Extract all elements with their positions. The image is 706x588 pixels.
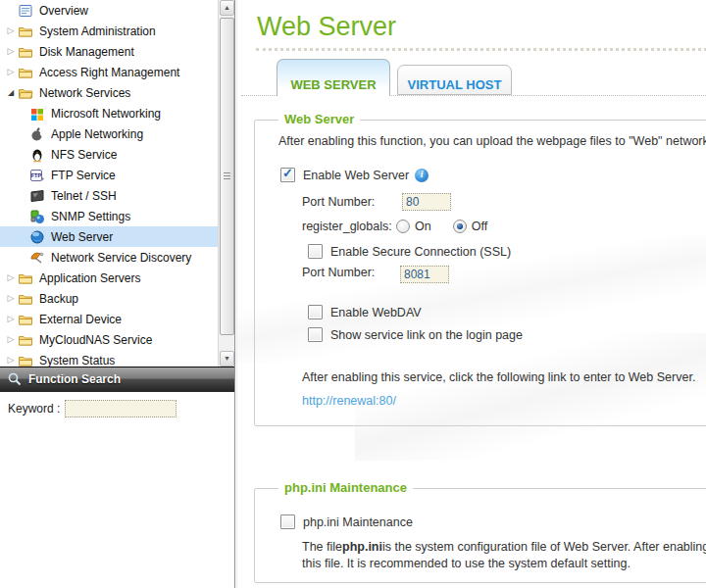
sidebar-item-overview[interactable]: Overview xyxy=(0,0,218,21)
sidebar-item-apple-networking[interactable]: Apple Networking xyxy=(0,123,218,144)
port-number-input[interactable] xyxy=(402,193,451,211)
sidebar-item-label: Web Server xyxy=(51,230,113,244)
scrollbar-thumb[interactable] xyxy=(220,18,234,335)
webdav-row: Enable WebDAV xyxy=(308,305,422,319)
php-ini-groupbox: php.ini Maintenance php.ini Maintenance … xyxy=(254,488,706,583)
sidebar-item-label: System Status xyxy=(39,354,115,368)
register-globals-off-radio[interactable] xyxy=(453,220,467,233)
sidebar-item-mycloudnas-service[interactable]: MyCloudNAS Service xyxy=(0,329,218,350)
sidebar: Overview System Administration Disk Mana… xyxy=(0,0,235,588)
sidebar-item-web-server[interactable]: Web Server xyxy=(0,226,218,247)
sidebar-item-network-service-discovery[interactable]: Network Service Discovery xyxy=(0,247,218,268)
tab-web-server[interactable]: WEB SERVER xyxy=(277,59,390,96)
php-ini-desc-line1: The file php.ini is the system configura… xyxy=(302,540,706,554)
ssl-port-input[interactable] xyxy=(400,266,449,283)
page-title: Web Server xyxy=(257,12,396,42)
sidebar-item-label: Backup xyxy=(39,292,78,306)
enable-web-server-label: Enable Web Server xyxy=(303,169,409,182)
chevron-collapsed-icon[interactable] xyxy=(4,268,18,288)
folder-icon xyxy=(18,270,33,286)
sidebar-scrollbar[interactable]: ▲ ▼ xyxy=(218,0,234,367)
folder-icon xyxy=(18,65,33,80)
keyword-label: Keyword : xyxy=(8,402,60,416)
groupbox-legend: Web Server xyxy=(278,112,360,126)
sidebar-item-label: Microsoft Networking xyxy=(51,107,161,121)
info-icon[interactable] xyxy=(415,169,429,182)
ssl-port-row: Port Number: xyxy=(302,266,449,283)
terminal-icon xyxy=(29,188,45,204)
sidebar-item-label: Network Services xyxy=(39,86,130,100)
desc-bold-text: php.ini xyxy=(342,540,382,554)
ftp-badge-icon: FTP xyxy=(29,168,45,183)
chevron-collapsed-icon[interactable] xyxy=(4,350,18,367)
link-hint-text: After enabling this service, click the f… xyxy=(302,370,695,384)
port-number-label: Port Number: xyxy=(302,195,402,209)
tab-virtual-host[interactable]: VIRTUAL HOST xyxy=(397,65,512,95)
chevron-collapsed-icon[interactable] xyxy=(4,288,18,309)
php-ini-desc-line2: this file. It is recommended to use the … xyxy=(302,557,630,570)
webdav-checkbox[interactable] xyxy=(308,305,323,319)
chevron-expanded-icon[interactable] xyxy=(4,82,18,103)
folder-open-icon xyxy=(18,85,33,101)
sidebar-item-access-right-management[interactable]: Access Right Management xyxy=(0,62,218,82)
sidebar-item-label: FTP Service xyxy=(51,169,116,182)
apple-icon xyxy=(29,126,45,142)
php-ini-label: php.ini Maintenance xyxy=(303,515,413,529)
ssl-checkbox[interactable] xyxy=(308,244,323,259)
show-service-link-label: Show service link on the login page xyxy=(330,328,523,342)
radio-off-label: Off xyxy=(472,220,487,233)
sidebar-item-system-administration[interactable]: System Administration xyxy=(0,21,218,41)
ssl-row: Enable Secure Connection (SSL) xyxy=(308,244,511,259)
sidebar-item-telnet-ssh[interactable]: Telnet / SSH xyxy=(0,185,218,206)
enable-web-server-row: Enable Web Server xyxy=(280,168,429,182)
penguin-icon xyxy=(29,147,45,163)
sidebar-item-label: SNMP Settings xyxy=(51,210,130,223)
php-ini-checkbox[interactable] xyxy=(280,514,295,529)
sidebar-item-nfs-service[interactable]: NFS Service xyxy=(0,144,218,165)
sidebar-item-label: Network Service Discovery xyxy=(51,251,191,265)
radio-on-label: On xyxy=(415,220,431,233)
chevron-collapsed-icon[interactable] xyxy=(4,309,18,329)
sidebar-item-label: NFS Service xyxy=(51,148,117,162)
sidebar-item-application-servers[interactable]: Application Servers xyxy=(0,268,218,288)
sidebar-item-label: External Device xyxy=(39,313,122,326)
sidebar-item-label: Access Right Management xyxy=(39,66,179,79)
sidebar-item-system-status[interactable]: System Status xyxy=(0,350,218,367)
qnap-admin-screen: Overview System Administration Disk Mana… xyxy=(0,0,706,588)
keyword-input[interactable] xyxy=(65,400,176,417)
folder-icon xyxy=(18,291,33,307)
sidebar-item-microsoft-networking[interactable]: Microsoft Networking xyxy=(0,103,218,123)
function-search-bar: Function Search xyxy=(0,367,234,392)
keyword-search-row: Keyword : xyxy=(0,393,234,424)
scroll-up-button[interactable]: ▲ xyxy=(220,0,234,16)
sidebar-item-backup[interactable]: Backup xyxy=(0,288,218,309)
folder-icon xyxy=(18,312,33,327)
chevron-collapsed-icon[interactable] xyxy=(4,62,18,82)
ssl-label: Enable Secure Connection (SSL) xyxy=(330,245,511,259)
chevron-collapsed-icon[interactable] xyxy=(4,329,18,350)
enable-web-server-checkbox[interactable] xyxy=(280,168,295,182)
thumb-grip-icon xyxy=(224,172,230,180)
sidebar-item-label: Apple Networking xyxy=(51,127,143,141)
chevron-collapsed-icon[interactable] xyxy=(4,41,18,62)
sidebar-item-disk-management[interactable]: Disk Management xyxy=(0,41,218,62)
sidebar-item-network-services[interactable]: Network Services xyxy=(0,82,218,103)
sidebar-item-label: MyCloudNAS Service xyxy=(39,333,152,347)
overview-icon xyxy=(18,3,33,19)
sidebar-item-label: Telnet / SSH xyxy=(51,189,117,203)
webdav-label: Enable WebDAV xyxy=(330,306,422,319)
show-service-link-checkbox[interactable] xyxy=(308,327,323,342)
chevron-collapsed-icon[interactable] xyxy=(4,21,18,41)
desc-text: is the system configuration file of Web … xyxy=(382,540,706,554)
register-globals-on-radio[interactable] xyxy=(396,220,410,233)
scroll-down-button[interactable]: ▼ xyxy=(220,351,234,367)
web-server-groupbox: Web Server After enabling this function,… xyxy=(254,120,706,426)
port-number-row: Port Number: xyxy=(302,193,451,211)
sidebar-item-snmp-settings[interactable]: SNMP Settings xyxy=(0,206,218,226)
sidebar-item-external-device[interactable]: External Device xyxy=(0,309,218,329)
desc-text: The file xyxy=(302,540,342,554)
snmp-globe-icon xyxy=(29,209,45,224)
sidebar-item-ftp-service[interactable]: FTP FTP Service xyxy=(0,165,218,185)
web-server-link[interactable]: http://renewal:80/ xyxy=(302,394,396,408)
intro-text: After enabling this function, you can up… xyxy=(278,134,706,148)
